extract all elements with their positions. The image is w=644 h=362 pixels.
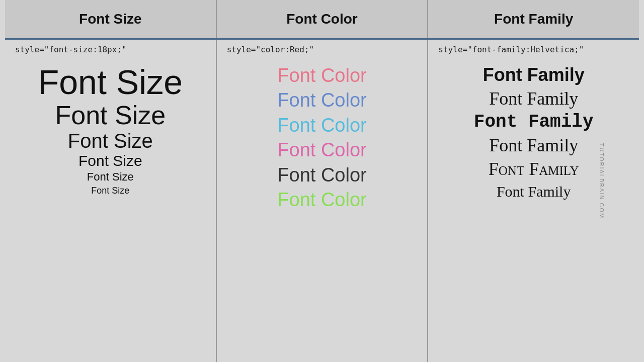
font-size-item-6: Font Size xyxy=(91,185,129,197)
font-family-item-6: Font Family xyxy=(497,181,571,202)
font-color-item-4: Font Color xyxy=(277,138,366,162)
main-table: Font Size Font Color Font Family style="… xyxy=(5,0,639,362)
font-size-item-3: Font Size xyxy=(68,130,153,152)
font-size-style-label: style="font-size:18px;" xyxy=(15,45,127,54)
font-color-item-3: Font Color xyxy=(277,113,366,138)
font-size-item-4: Font Size xyxy=(78,152,142,170)
font-color-column: style="color:Red;" Font Color Font Color… xyxy=(217,40,429,362)
watermark: TUTORIALBRAIN.COM xyxy=(599,143,605,219)
font-family-item-4: Font Family xyxy=(489,134,578,157)
font-color-item-1: Font Color xyxy=(277,63,366,88)
font-family-style-label: style="font-family:Helvetica;" xyxy=(438,45,584,54)
font-color-item-5: Font Color xyxy=(277,163,366,188)
font-size-item-5: Font Size xyxy=(87,170,134,185)
font-color-item-2: Font Color xyxy=(277,88,366,113)
font-family-item-1: Font Family xyxy=(483,63,585,87)
font-size-column: style="font-size:18px;" Font Size Font S… xyxy=(5,40,217,362)
header-font-size: Font Size xyxy=(5,0,217,38)
font-color-item-6: Font Color xyxy=(277,188,366,212)
font-color-style-label: style="color:Red;" xyxy=(227,45,314,54)
font-size-item-1: Font Size xyxy=(38,63,183,101)
header-font-family: Font Family xyxy=(428,0,639,38)
content-row: style="font-size:18px;" Font Size Font S… xyxy=(5,40,639,362)
font-family-item-5: Font Family xyxy=(489,157,579,181)
font-size-item-2: Font Size xyxy=(55,101,166,130)
font-family-column: style="font-family:Helvetica;" Font Fami… xyxy=(428,40,639,362)
font-family-item-2: Font Family xyxy=(489,87,578,111)
header-font-color: Font Color xyxy=(217,0,429,38)
header-row: Font Size Font Color Font Family xyxy=(5,0,639,40)
font-family-item-3: Font Family xyxy=(474,111,594,134)
